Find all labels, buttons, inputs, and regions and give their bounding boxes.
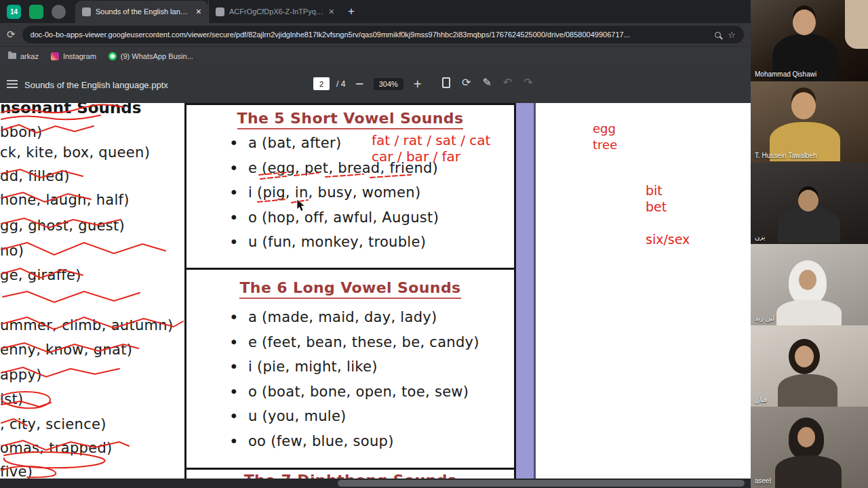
bookmark-arkaz[interactable]: arkaz: [8, 52, 39, 60]
vowel-item: i (pie, might, like): [229, 354, 479, 380]
short-vowels-title: The 5 Short Vowel Sounds: [186, 110, 514, 127]
consonant-line: five): [0, 464, 33, 479]
ink-note-fat: fat / rat / sat / cat: [372, 132, 490, 148]
participant-video[interactable]: T. Hussein Tawalbeh: [751, 81, 868, 163]
consonant-line: dd, filled): [0, 168, 70, 184]
avatar: [799, 270, 816, 290]
vowel-item: oo (few, blue, soup): [229, 429, 479, 454]
page-total: / 4: [336, 79, 345, 89]
bookmark-label: (9) WhatsApp Busin...: [121, 52, 193, 60]
pdf-page[interactable]: nsonant Sounds bbon) ck, kite, box, quee…: [0, 103, 751, 479]
avatar: [775, 455, 842, 488]
participant-name: T. Hussein Tawalbeh: [755, 152, 817, 159]
page-number-input[interactable]: [313, 77, 330, 90]
participant-name: ڤيان: [755, 396, 767, 403]
vowel-item: u (fun, monkey, trouble): [229, 230, 439, 255]
ink-note-egg: egg: [593, 121, 616, 136]
consonant-line: ge, giraffe): [0, 267, 81, 283]
annotate-icon[interactable]: ✎: [482, 76, 491, 89]
instagram-icon: [51, 52, 59, 60]
pdf-favicon: [82, 7, 91, 16]
participant-video[interactable]: ڤيان: [751, 325, 868, 407]
tab-acfr[interactable]: ACFrOgCfDpX6-Z-InTPyqndL7M ×: [208, 1, 341, 23]
tab-title: ACFrOgCfDpX6-Z-InTPyqndL7M: [229, 7, 324, 16]
video-call-sidebar: Mohammad Qishawi T. Hussein Tawalbeh يزن…: [751, 0, 868, 488]
bookmark-star-icon[interactable]: ☆: [728, 30, 736, 40]
vowel-item: a (made, maid, day, lady): [229, 305, 479, 330]
consonant-line: , city, science): [0, 416, 106, 432]
sheets-icon[interactable]: [29, 5, 43, 19]
redo-icon: ↷: [524, 76, 532, 89]
long-vowels-list: a (made, maid, day, lady) e (feet, bean,…: [229, 305, 479, 453]
url-text[interactable]: doc-0o-bo-apps-viewer.googleusercontent.…: [31, 30, 709, 39]
avatar: [776, 300, 842, 325]
avatar: [778, 207, 840, 243]
avatar: [791, 92, 816, 119]
browser-window: 14 Sounds of the English language × ACFr…: [0, 0, 751, 488]
undo-icon: ↶: [503, 76, 512, 89]
pdf-document-title: Sounds of the English language.pptx: [24, 80, 168, 90]
diphthong-title-text: The 7 Diphthong Sounds: [244, 472, 457, 479]
consonant-line: hone, laugh, half): [0, 192, 130, 208]
slide-edge-strip: [516, 103, 534, 479]
table-border: [186, 103, 514, 105]
participant-video[interactable]: Mohammad Qishawi: [751, 0, 868, 81]
consonant-line: enny, know, gnat): [0, 342, 132, 358]
bookmark-label: Instagram: [63, 52, 96, 60]
tab-title: Sounds of the English language: [96, 7, 191, 16]
consonant-line: gg, ghost, guest): [0, 218, 125, 234]
zoom-out-button[interactable]: −: [352, 77, 366, 90]
vowel-item: o (hop, off, awful, August): [229, 205, 439, 230]
table-border: [186, 268, 514, 270]
pdf-toolbar: Sounds of the English language.pptx / 4 …: [0, 65, 751, 103]
consonant-line: ck, kite, box, queen): [0, 144, 150, 161]
participant-name: يزن: [755, 233, 766, 241]
extension-icon[interactable]: [52, 5, 66, 19]
long-vowels-title-text: The 6 Long Vowel Sounds: [239, 279, 460, 299]
participant-video[interactable]: لين زيد: [751, 244, 868, 325]
diphthong-title: The 7 Diphthong Sounds: [186, 472, 514, 479]
menu-icon[interactable]: [7, 80, 18, 88]
zoom-in-button[interactable]: +: [410, 77, 425, 90]
bookmarks-bar: arkaz Instagram (9) WhatsApp Busin...: [0, 46, 751, 65]
whatsapp-icon: [108, 52, 117, 60]
avatar: [797, 427, 815, 447]
bookmark-label: arkaz: [20, 52, 39, 60]
avatar: [795, 346, 814, 367]
avatar: [778, 374, 837, 407]
scrollbar-thumb[interactable]: [338, 480, 745, 487]
ink-note-tree: tree: [593, 138, 617, 152]
consonant-line: appy): [0, 367, 42, 383]
consonant-line: omas, trapped): [0, 440, 113, 456]
short-vowels-title-text: The 5 Short Vowel Sounds: [237, 110, 464, 129]
horizontal-scrollbar[interactable]: [0, 479, 751, 488]
close-icon[interactable]: ×: [196, 6, 201, 17]
participant-video[interactable]: يزن: [751, 163, 868, 244]
new-tab-button[interactable]: +: [348, 5, 355, 18]
close-icon[interactable]: ×: [329, 6, 334, 17]
reload-icon[interactable]: ⟳: [7, 28, 16, 41]
vowel-item: e (feet, bean, these, be, candy): [229, 330, 479, 355]
consonants-heading: nsonant Sounds: [0, 103, 141, 117]
url-field[interactable]: doc-0o-bo-apps-viewer.googleusercontent.…: [22, 26, 744, 43]
vowel-item: i (pig, in, busy, women): [229, 180, 439, 205]
whatsapp-badge-icon[interactable]: 14: [7, 5, 21, 19]
bookmark-instagram[interactable]: Instagram: [51, 52, 96, 60]
long-vowels-title: The 6 Long Vowel Sounds: [186, 279, 514, 296]
participant-name: Mohammad Qishawi: [755, 70, 816, 78]
consonant-line: ummer, climb, autumn): [0, 317, 173, 333]
participant-video[interactable]: aseel: [751, 407, 868, 488]
address-bar: ⟳ doc-0o-bo-apps-viewer.googleuserconten…: [0, 23, 751, 46]
zoom-level[interactable]: 304%: [374, 78, 403, 90]
avatar: [793, 9, 816, 35]
avatar: [798, 190, 818, 211]
pdf-page-controls: / 4 − 304% +: [313, 77, 425, 90]
ink-note-bit: bit: [646, 183, 663, 198]
folder-icon: [8, 53, 16, 59]
rotate-icon[interactable]: ⟳: [462, 76, 471, 89]
zoom-search-icon[interactable]: [715, 32, 721, 38]
fit-page-icon[interactable]: [442, 77, 450, 88]
participant-name: aseel: [755, 477, 771, 485]
bookmark-whatsapp[interactable]: (9) WhatsApp Busin...: [108, 52, 193, 60]
tab-sounds[interactable]: Sounds of the English language ×: [75, 1, 208, 23]
